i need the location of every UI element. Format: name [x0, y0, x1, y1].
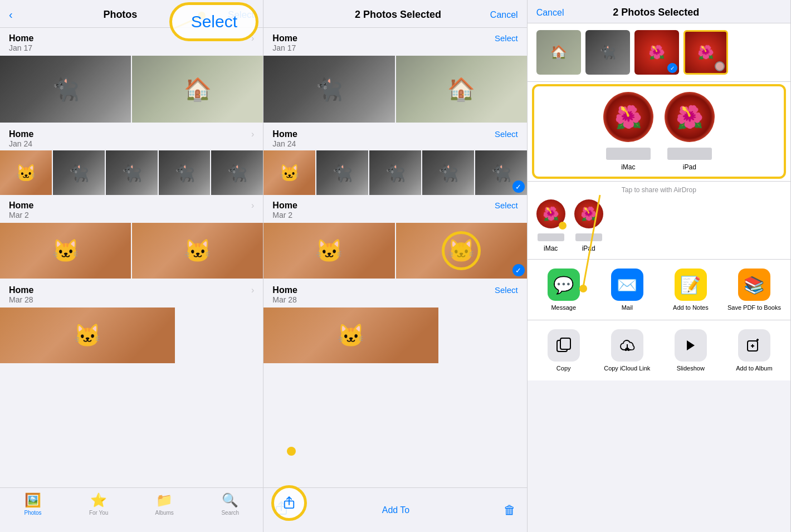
section-mar28-title: Home [9, 285, 33, 295]
cat-dark-emoji: 🐈‍⬛ [52, 76, 80, 103]
copy-label: Copy [556, 365, 571, 372]
books-icon: 📚 [744, 275, 764, 295]
share-app-books[interactable]: 📚 Save PDF to Books [722, 269, 786, 311]
airdrop-small-imac[interactable]: 🌺 iMac [536, 199, 565, 252]
p2-photo-grid-jan17: 🐈‍⬛ 🏠 [263, 55, 526, 124]
p2-emoji4: 🐈‍⬛ [438, 163, 458, 183]
emoji-cat4: 🐈‍⬛ [174, 163, 195, 183]
p2-jan17-sub: Jan 17 [272, 43, 297, 52]
add-to-button[interactable]: Add To [382, 505, 410, 515]
p2-orange2: 🐱 [447, 238, 475, 264]
slideshow-label: Slideshow [677, 365, 705, 372]
select-button-p1[interactable]: Select [228, 9, 254, 21]
cancel-button-p2[interactable]: Cancel [490, 10, 518, 20]
cancel-button-p3[interactable]: Cancel [536, 8, 564, 18]
airdrop-device-ipad[interactable]: 🌺 iPad [665, 92, 715, 171]
photo-mar2-1[interactable]: 🐱 [0, 223, 131, 279]
share-app-notes[interactable]: 📝 Add to Notes [659, 269, 722, 311]
share-button-p2[interactable] [275, 501, 288, 520]
p2-photo-jan17-2[interactable]: 🏠 [396, 56, 527, 123]
photo-jan24-2[interactable]: 🐈‍⬛ [53, 150, 105, 195]
airdrop-small-ipad[interactable]: 🌺 iPad [574, 199, 603, 252]
p2-empty-mar28 [440, 308, 527, 363]
p2-photo-jan24-4[interactable]: 🐈‍⬛ [422, 150, 474, 195]
p2-mar28-title: Home [272, 285, 297, 295]
action-copy[interactable]: Copy [532, 329, 595, 372]
photo-jan17-1[interactable]: 🐈‍⬛ [0, 56, 131, 123]
select-btn-jan24-p2[interactable]: Select [495, 129, 518, 139]
notes-app-icon: 📝 [675, 269, 707, 301]
photo-jan24-4[interactable]: 🐈‍⬛ [159, 150, 211, 195]
select-btn-mar2-p2[interactable]: Select [495, 201, 518, 210]
search-tab-label: Search [221, 510, 239, 516]
checkmark-thumb3: ✓ [667, 63, 677, 73]
action-slideshow[interactable]: Slideshow [659, 329, 722, 372]
back-button[interactable]: ‹ [9, 8, 13, 21]
p2-photo-jan24-3[interactable]: 🐈‍⬛ [369, 150, 421, 195]
small-imac-emoji: 🌺 [543, 206, 559, 222]
p2-photo-mar2-2[interactable]: 🐱 ✓ [396, 223, 527, 279]
p2-photo-jan24-2[interactable]: 🐈‍⬛ [316, 150, 368, 195]
share-title: 2 Photos Selected [564, 7, 748, 18]
action-add-album[interactable]: Add to Album [722, 329, 786, 372]
p2-photo-mar2-1[interactable]: 🐱 [263, 223, 394, 279]
panel-2-select: 2 Photos Selected Cancel Home Jan 17 Sel… [263, 0, 527, 532]
photo-grid-mar2: 🐱 🐱 [0, 222, 263, 280]
select-btn-jan17-p2[interactable]: Select [495, 33, 518, 43]
tab-for-you[interactable]: ⭐ For You [66, 492, 131, 516]
selected-thumb-4[interactable]: 🌺 [683, 30, 728, 75]
share-app-mail[interactable]: ✉️ Mail [595, 269, 659, 311]
p2-photo-jan24-5[interactable]: 🐈‍⬛ ✓ [475, 150, 527, 195]
tab-photos[interactable]: 🖼️ Photos [0, 492, 66, 516]
airdrop-large-section: 🌺 iMac 🌺 iPad [528, 82, 790, 182]
p2-emoji5: 🐈‍⬛ [491, 163, 511, 183]
checkmark-jan24: ✓ [512, 180, 525, 193]
mail-app-icon: ✉️ [611, 269, 643, 301]
airdrop-imac-icon: 🌺 [603, 92, 653, 142]
p2-photo-jan17-1[interactable]: 🐈‍⬛ [263, 56, 394, 123]
thumb4-icon: 🌺 [697, 45, 714, 60]
indoor-emoji: 🏠 [184, 76, 212, 103]
airdrop-tap-label: Tap to share with AirDrop [536, 186, 782, 194]
section-mar28-header: Home Mar 28 › [0, 280, 263, 306]
svg-marker-11 [687, 340, 695, 350]
photo-jan24-1[interactable]: 🐱 [0, 150, 52, 195]
airdrop-device-imac[interactable]: 🌺 iMac [603, 92, 653, 171]
books-label: Save PDF to Books [727, 304, 781, 311]
selected-thumb-1[interactable]: 🏠 [536, 30, 581, 75]
photo-grid-jan17: 🐈‍⬛ 🏠 [0, 55, 263, 124]
emoji-orange-cat1: 🐱 [52, 238, 80, 264]
action-icloud[interactable]: Copy iCloud Link [595, 329, 659, 372]
photo-jan24-3[interactable]: 🐈‍⬛ [106, 150, 158, 195]
chevron-jan24-icon: › [251, 129, 254, 139]
selected-thumb-2[interactable]: 🐈‍⬛ [585, 30, 630, 75]
message-label: Message [551, 304, 576, 311]
photo-jan17-2[interactable]: 🏠 [132, 56, 263, 123]
tab-search[interactable]: 🔍 Search [197, 492, 263, 516]
tab-albums[interactable]: 📁 Albums [131, 492, 197, 516]
photo-mar2-2[interactable]: 🐱 [132, 223, 263, 279]
chevron-mar28-icon: › [251, 285, 254, 295]
p2-mar28-sub: Mar 28 [272, 295, 297, 304]
section-jan17-header: Home Jan 17 › [0, 28, 263, 55]
select-btn-mar28-p2[interactable]: Select [495, 285, 518, 295]
share-actions-row: Copy Copy iCloud Link Slideshow [528, 320, 790, 380]
p2-emoji1: 🐱 [279, 163, 300, 183]
share-app-message[interactable]: 💬 Message [532, 269, 595, 311]
photo-mar28-1[interactable]: 🐱 [0, 308, 175, 363]
p2-mar2-sub: Mar 2 [272, 211, 297, 219]
slideshow-action-icon [675, 329, 707, 362]
for-you-tab-icon: ⭐ [90, 492, 107, 508]
p2-photo-mar28-1[interactable]: 🐱 [263, 308, 438, 363]
delete-button[interactable]: 🗑 [504, 503, 516, 518]
p2-photo-grid-mar28: 🐱 [263, 306, 526, 364]
photo-jan24-5[interactable]: 🐈‍⬛ [211, 150, 263, 195]
section-mar2-subtitle: Mar 2 [9, 211, 33, 219]
p2-photo-jan24-1[interactable]: 🐱 [263, 150, 315, 195]
p2-orange1: 🐱 [315, 238, 343, 264]
copy-action-icon [548, 329, 580, 362]
selected-thumb-3[interactable]: 🌺 ✓ [634, 30, 679, 75]
emoji-cat5: 🐈‍⬛ [227, 163, 247, 183]
tab-bar-panel1: 🖼️ Photos ⭐ For You 📁 Albums 🔍 Search [0, 487, 263, 532]
icloud-action-icon [611, 329, 643, 362]
